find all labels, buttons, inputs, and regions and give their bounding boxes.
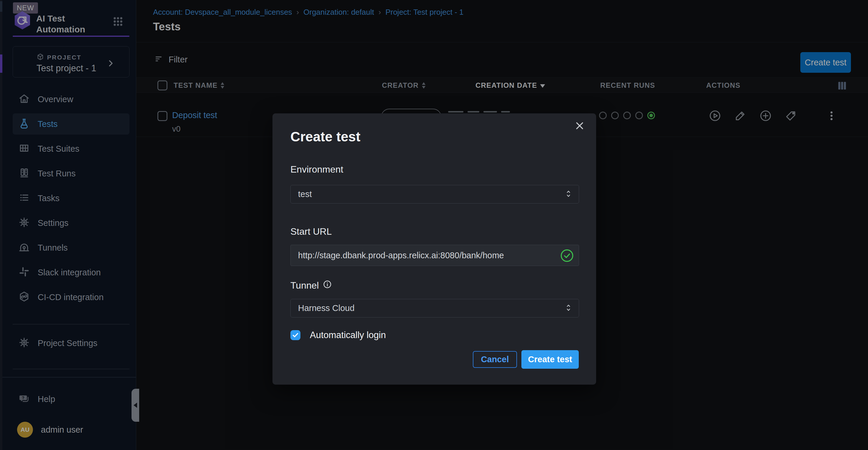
start-url-label: Start URL (290, 226, 332, 237)
cancel-button[interactable]: Cancel (473, 351, 517, 368)
environment-label: Environment (290, 164, 343, 175)
url-valid-check-icon (560, 249, 574, 263)
select-chevrons-icon (565, 303, 572, 313)
modal-title: Create test (290, 129, 361, 145)
create-test-modal: Create test Environment test Start URL T… (273, 113, 596, 385)
info-icon[interactable] (323, 280, 332, 291)
auto-login-row: Automatically login (290, 330, 386, 340)
start-url-input[interactable] (290, 245, 579, 266)
tunnel-select[interactable]: Harness Cloud (290, 299, 579, 317)
auto-login-checkbox[interactable] (290, 330, 301, 340)
auto-login-label: Automatically login (310, 330, 386, 340)
tunnel-label: Tunnel (290, 280, 332, 291)
select-chevrons-icon (565, 189, 572, 199)
close-icon[interactable] (572, 119, 587, 133)
modal-create-test-button[interactable]: Create test (521, 350, 579, 369)
environment-select[interactable]: test (290, 185, 579, 203)
